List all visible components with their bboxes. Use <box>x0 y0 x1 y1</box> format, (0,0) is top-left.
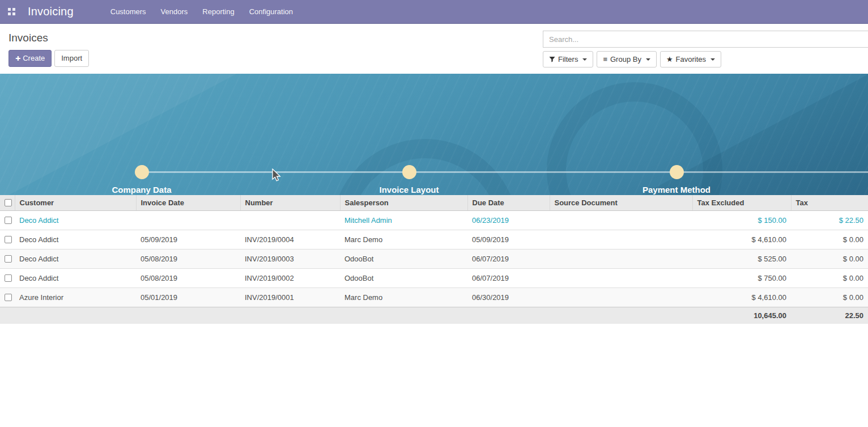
cell-tax-excluded[interactable]: $ 750.00 <box>692 269 791 288</box>
cell-tax[interactable]: $ 0.00 <box>791 250 868 269</box>
cell-source-document[interactable] <box>550 288 692 307</box>
cell-customer[interactable]: Deco Addict <box>15 230 136 250</box>
step-dot <box>402 165 416 179</box>
column-header-customer[interactable]: Customer <box>15 195 136 211</box>
invoice-list-table: CustomerInvoice DateNumberSalespersonDue… <box>0 195 868 324</box>
cell-number[interactable] <box>240 211 340 230</box>
cell-tax[interactable]: $ 22.50 <box>791 211 868 230</box>
menu-item-reporting[interactable]: Reporting <box>195 0 241 23</box>
tax-excluded-total: 10,645.00 <box>692 307 791 324</box>
column-header-tax-excluded[interactable]: Tax Excluded <box>692 195 791 211</box>
cell-number[interactable]: INV/2019/0003 <box>240 250 340 269</box>
chevron-down-icon <box>582 58 587 61</box>
row-select-cell[interactable] <box>0 250 15 269</box>
cell-number[interactable]: INV/2019/0004 <box>240 230 340 250</box>
row-select-cell[interactable] <box>0 211 15 230</box>
cell-source-document[interactable] <box>550 230 692 250</box>
filter-icon <box>549 56 555 62</box>
invoice-row[interactable]: Deco Addict05/08/2019INV/2019/0002OdooBo… <box>0 269 868 288</box>
cell-tax-excluded[interactable]: $ 525.00 <box>692 250 791 269</box>
cell-tax-excluded[interactable]: $ 150.00 <box>692 211 791 230</box>
create-button[interactable]: ✚Create <box>8 50 52 67</box>
invoice-row[interactable]: Deco Addict05/08/2019INV/2019/0003OdooBo… <box>0 250 868 269</box>
top-navbar: Invoicing Customers Vendors Reporting Co… <box>0 0 868 24</box>
cell-due-date[interactable]: 05/09/2019 <box>467 230 550 250</box>
cell-source-document[interactable] <box>550 250 692 269</box>
chevron-down-icon <box>710 58 715 61</box>
filters-button-label: Filters <box>558 55 578 64</box>
cell-number[interactable]: INV/2019/0002 <box>240 269 340 288</box>
cell-tax-excluded[interactable]: $ 4,610.00 <box>692 230 791 250</box>
menu-item-customers[interactable]: Customers <box>103 0 154 23</box>
step-title: Company Data <box>76 185 207 195</box>
favorites-button-label: Favorites <box>676 55 706 64</box>
cell-customer[interactable]: Deco Addict <box>15 250 136 269</box>
step-title: Invoice Layout <box>344 185 474 195</box>
select-all-checkbox[interactable] <box>5 199 12 206</box>
cell-customer[interactable]: Deco Addict <box>15 211 136 230</box>
group-by-button[interactable]: ≡ Group By <box>597 51 657 67</box>
column-header-salesperson[interactable]: Salesperson <box>340 195 467 211</box>
onboarding-progress-line <box>142 171 868 173</box>
invoice-row[interactable]: Azure Interior05/01/2019INV/2019/0001Mar… <box>0 288 868 307</box>
invoice-row[interactable]: Deco AddictMitchell Admin06/23/2019$ 150… <box>0 211 868 230</box>
cell-source-document[interactable] <box>550 211 692 230</box>
cell-due-date[interactable]: 06/23/2019 <box>467 211 550 230</box>
table-footer-row: 10,645.00 22.50 <box>0 307 868 324</box>
cell-invoice-date[interactable]: 05/01/2019 <box>136 288 240 307</box>
column-header-due-date[interactable]: Due Date <box>467 195 550 211</box>
cell-invoice-date[interactable]: 05/09/2019 <box>136 230 240 250</box>
create-button-label: Create <box>23 54 45 62</box>
cell-due-date[interactable]: 06/07/2019 <box>467 250 550 269</box>
column-header-number[interactable]: Number <box>240 195 340 211</box>
cell-due-date[interactable]: 06/07/2019 <box>467 269 550 288</box>
cell-tax[interactable]: $ 0.00 <box>791 269 868 288</box>
filters-button[interactable]: Filters <box>543 51 593 67</box>
cell-salesperson[interactable]: Mitchell Admin <box>340 211 467 230</box>
favorites-button[interactable]: ★ Favorites <box>660 51 721 67</box>
search-input[interactable] <box>543 31 868 48</box>
cell-invoice-date[interactable]: 05/08/2019 <box>136 250 240 269</box>
cell-salesperson[interactable]: Marc Demo <box>340 230 467 250</box>
row-select-cell[interactable] <box>0 288 15 307</box>
tax-total: 22.50 <box>791 307 868 324</box>
row-checkbox[interactable] <box>5 274 12 282</box>
row-checkbox[interactable] <box>5 294 12 301</box>
cell-customer[interactable]: Azure Interior <box>15 288 136 307</box>
cell-invoice-date[interactable]: 05/08/2019 <box>136 269 240 288</box>
cell-tax[interactable]: $ 0.00 <box>791 230 868 250</box>
row-checkbox[interactable] <box>5 255 12 263</box>
row-select-cell[interactable] <box>0 230 15 250</box>
onboarding-banner: Company Data Set your company's data for… <box>0 74 868 195</box>
select-all-header[interactable] <box>0 195 15 211</box>
cell-due-date[interactable]: 06/30/2019 <box>467 288 550 307</box>
cell-tax[interactable]: $ 0.00 <box>791 288 868 307</box>
control-panel: Invoices ✚Create Import Filters ≡ Group … <box>0 24 868 74</box>
menu-item-vendors[interactable]: Vendors <box>154 0 195 23</box>
row-checkbox[interactable] <box>5 217 12 224</box>
plus-icon: ✚ <box>15 55 20 62</box>
table-body: Deco AddictMitchell Admin06/23/2019$ 150… <box>0 211 868 307</box>
column-header-tax[interactable]: Tax <box>791 195 868 211</box>
cell-invoice-date[interactable] <box>136 211 240 230</box>
row-checkbox[interactable] <box>5 236 12 243</box>
import-button[interactable]: Import <box>54 50 89 67</box>
cell-salesperson[interactable]: OdooBot <box>340 269 467 288</box>
cell-tax-excluded[interactable]: $ 4,610.00 <box>692 288 791 307</box>
column-header-invoice-date[interactable]: Invoice Date <box>136 195 240 211</box>
menu-item-configuration[interactable]: Configuration <box>242 0 300 23</box>
cell-number[interactable]: INV/2019/0001 <box>240 288 340 307</box>
column-header-source-document[interactable]: Source Document <box>550 195 692 211</box>
app-name[interactable]: Invoicing <box>28 5 74 18</box>
onboarding-step-company-data: Company Data Set your company's data for… <box>76 185 207 195</box>
cell-source-document[interactable] <box>550 269 692 288</box>
row-select-cell[interactable] <box>0 269 15 288</box>
table-header-row: CustomerInvoice DateNumberSalespersonDue… <box>0 195 868 211</box>
cell-salesperson[interactable]: Marc Demo <box>340 288 467 307</box>
apps-menu-icon[interactable] <box>8 8 15 15</box>
cell-salesperson[interactable]: OdooBot <box>340 250 467 269</box>
onboarding-step-payment-method: Payment Method Configure your payment me… <box>611 185 742 195</box>
invoice-row[interactable]: Deco Addict05/09/2019INV/2019/0004Marc D… <box>0 230 868 250</box>
cell-customer[interactable]: Deco Addict <box>15 269 136 288</box>
chevron-down-icon <box>646 58 650 61</box>
